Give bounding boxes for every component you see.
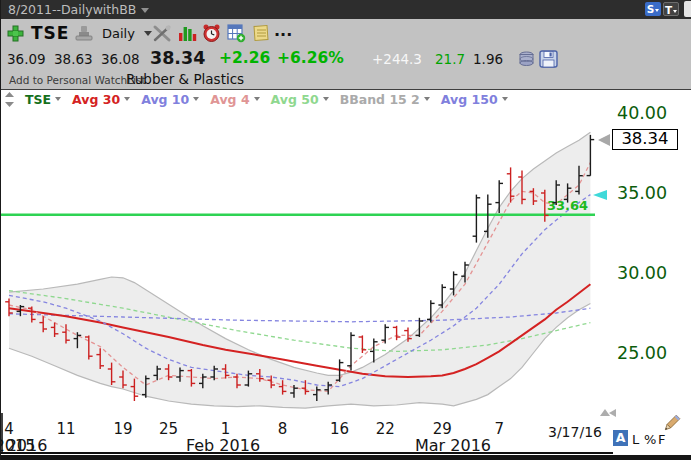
last-price-box: 38.34 bbox=[612, 129, 678, 150]
industry-tab[interactable]: Rubber & Plastics bbox=[126, 71, 244, 87]
chevron-down-icon bbox=[502, 97, 508, 101]
indicator-label: Avg 30 bbox=[72, 92, 120, 107]
toolbar: TSE Daily bbox=[1, 19, 691, 48]
database-icon[interactable] bbox=[518, 51, 535, 67]
indicator-toggle-bband-15-2[interactable]: BBand 15 2 bbox=[340, 92, 430, 107]
price-axis-label: 30.00 bbox=[617, 263, 689, 283]
scroll-left-icon[interactable] bbox=[609, 409, 616, 417]
s-menu-button[interactable]: S bbox=[645, 2, 661, 16]
alarm-clock-icon[interactable] bbox=[202, 23, 221, 43]
indicator-toggle-avg-4[interactable]: Avg 4 bbox=[210, 92, 259, 107]
indicator-label: BBand 15 2 bbox=[340, 92, 420, 107]
indicator-toggle-tse[interactable]: TSE bbox=[25, 92, 61, 107]
price-axis-label: 25.00 bbox=[617, 343, 689, 363]
chevron-down-icon bbox=[655, 9, 659, 12]
window-bottom-edge bbox=[1, 455, 691, 460]
indicator-toggle-avg-30[interactable]: Avg 30 bbox=[72, 92, 130, 107]
save-icon[interactable] bbox=[539, 50, 558, 68]
t-menu-button[interactable]: T bbox=[663, 2, 679, 16]
notes-icon[interactable] bbox=[252, 25, 270, 42]
stamp-icon[interactable] bbox=[74, 26, 94, 43]
quote-extra-1: +244.3 bbox=[372, 51, 422, 67]
timeframe-select[interactable]: Daily bbox=[102, 26, 135, 41]
price-chart[interactable]: 33.64411192518162229720152016Feb 2016Mar… bbox=[1, 90, 613, 455]
drawing-tools-icon[interactable] bbox=[152, 24, 172, 43]
conditions-grid-icon[interactable] bbox=[227, 24, 246, 43]
chart-type-icon[interactable] bbox=[178, 25, 197, 42]
quote-open: 36.09 bbox=[7, 51, 46, 67]
scale-percent-button[interactable]: % bbox=[644, 432, 656, 447]
chevron-down-icon bbox=[141, 8, 149, 13]
chevron-down-icon bbox=[55, 97, 61, 101]
quote-change: +2.26 bbox=[219, 49, 270, 67]
indicator-toggle-avg-10[interactable]: Avg 10 bbox=[141, 92, 199, 107]
chart-window: 8/2011--DailywithBB S T TSE Daily bbox=[0, 0, 691, 460]
x-axis-tick-label: 22 bbox=[376, 420, 395, 438]
quote-change-pct: +6.26% bbox=[277, 49, 344, 67]
indicator-toggle-avg-50[interactable]: Avg 50 bbox=[271, 92, 329, 107]
indicator-label: Avg 50 bbox=[271, 92, 319, 107]
scale-log-button[interactable]: L bbox=[632, 432, 639, 447]
window-icon[interactable] bbox=[684, 1, 691, 17]
x-axis-tick-label: 16 bbox=[330, 420, 349, 438]
chart-template-title[interactable]: 8/2011--DailywithBB bbox=[8, 2, 149, 17]
price-axis-label: 40.00 bbox=[617, 103, 689, 123]
indicator-row: TSEAvg 30Avg 10Avg 4Avg 50BBand 15 2Avg … bbox=[5, 91, 508, 107]
indicator-toggle-avg-150[interactable]: Avg 150 bbox=[441, 92, 508, 107]
x-axis-tick-label: 11 bbox=[56, 420, 75, 438]
add-symbol-icon[interactable] bbox=[7, 25, 24, 42]
price-axis-label: 35.00 bbox=[617, 183, 689, 203]
x-axis-tick-label: 8 bbox=[278, 420, 288, 438]
x-axis-tick-label: 19 bbox=[113, 420, 132, 438]
quote-high: 38.63 bbox=[54, 51, 93, 67]
chevron-down-icon bbox=[124, 97, 130, 101]
quote-extra-2: 21.7 bbox=[435, 51, 465, 67]
cyan-marker-icon bbox=[593, 190, 607, 200]
indicator-label: Avg 10 bbox=[141, 92, 189, 107]
last-price-arrow-icon bbox=[598, 134, 610, 146]
pencil-edit-icon[interactable] bbox=[660, 412, 682, 436]
chevron-down-icon bbox=[673, 10, 677, 13]
chevron-down-icon bbox=[254, 97, 260, 101]
reorder-updown-icon[interactable] bbox=[5, 92, 14, 107]
chevron-down-icon bbox=[424, 97, 430, 101]
indicator-label: Avg 4 bbox=[210, 92, 249, 107]
chevron-down-icon bbox=[323, 97, 329, 101]
ticker-symbol[interactable]: TSE bbox=[31, 23, 69, 43]
chevron-down-icon[interactable] bbox=[144, 31, 152, 36]
indicator-label: TSE bbox=[25, 92, 51, 107]
quote-bar: 36.09 38.63 36.08 38.34 +2.26 +6.26% +24… bbox=[1, 48, 691, 69]
quote-extra-3: 1.96 bbox=[473, 51, 503, 67]
title-bar: 8/2011--DailywithBB S T bbox=[1, 0, 691, 19]
more-tools-button[interactable]: ... bbox=[274, 21, 292, 40]
quote-last: 38.34 bbox=[150, 48, 205, 68]
x-axis-tick-label: 7 bbox=[494, 420, 504, 438]
x-axis-tick-label: 25 bbox=[159, 420, 178, 438]
quote-low: 36.08 bbox=[101, 51, 140, 67]
scale-arithmetic-button[interactable]: A bbox=[613, 430, 628, 446]
tabs-bar: Add to Personal WatchList Rubber & Plast… bbox=[1, 69, 691, 90]
chart-area: 33.64411192518162229720152016Feb 2016Mar… bbox=[1, 90, 691, 460]
bollinger-band-fill bbox=[9, 132, 590, 408]
last-date-label: 3/17/16 bbox=[548, 424, 602, 440]
chevron-down-icon bbox=[193, 97, 199, 101]
indicator-label: Avg 150 bbox=[441, 92, 498, 107]
